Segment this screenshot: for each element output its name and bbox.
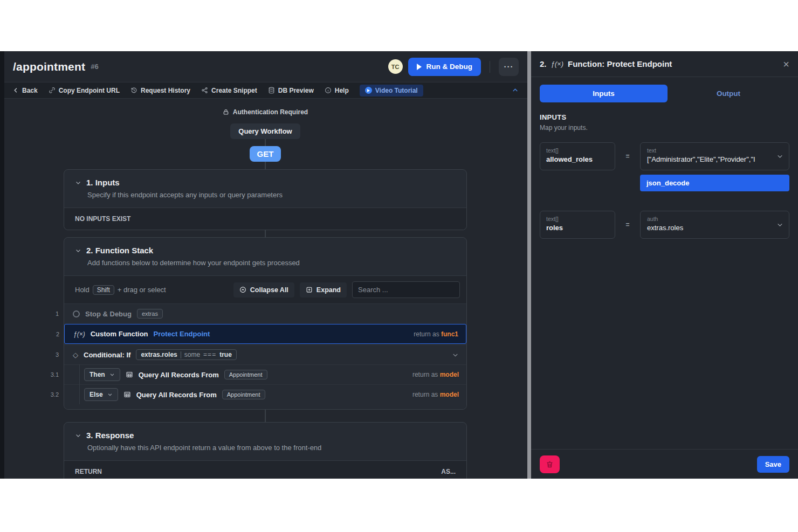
trash-icon	[546, 460, 554, 468]
row-number: 3.2	[45, 391, 59, 398]
branch-select-then[interactable]: Then	[84, 368, 120, 381]
link-icon	[49, 87, 56, 94]
chevron-down-icon	[776, 153, 783, 160]
expand-button[interactable]: Expand	[300, 282, 347, 298]
param-allowed-roles[interactable]: text[] allowed_roles	[540, 142, 615, 170]
request-history-button[interactable]: Request History	[130, 87, 190, 94]
left-edge-strip	[0, 51, 4, 479]
circle-chevron-up-icon	[239, 286, 246, 293]
custom-function-link[interactable]: Protect Endpoint	[154, 330, 210, 338]
stack-row-conditional[interactable]: 3 ◇ Conditional: If extras.roles some ==…	[64, 344, 466, 364]
endpoint-header: /appointment #6 TC Run & Debug ···	[4, 51, 527, 82]
row-number: 3	[45, 351, 59, 358]
stack-row-stop-debug[interactable]: 1 Stop & Debug extras	[64, 303, 466, 323]
chevron-down-icon	[109, 372, 115, 377]
square-plus-icon	[306, 286, 313, 293]
share-icon	[201, 87, 208, 94]
play-icon	[417, 64, 422, 70]
stack-search-input[interactable]	[352, 281, 460, 298]
chevron-down-icon	[107, 392, 113, 397]
tab-inputs[interactable]: Inputs	[540, 85, 668, 102]
save-button[interactable]: Save	[757, 456, 789, 473]
row-number: 3.1	[45, 371, 59, 378]
more-options-button[interactable]: ···	[499, 58, 519, 76]
close-icon[interactable]: ×	[783, 59, 789, 70]
function-icon: ƒ(×)	[73, 330, 85, 338]
chevron-down-icon[interactable]	[452, 351, 459, 358]
function-stack-rows: 1 Stop & Debug extras 2 ƒ(×) Custom Func…	[64, 303, 466, 409]
stack-row-custom-function[interactable]: 2 ƒ(×) Custom Function Protect Endpoint …	[64, 324, 466, 344]
table-icon	[126, 371, 133, 378]
inputs-section-header[interactable]: 1. Inputs	[75, 178, 456, 187]
chevron-down-icon	[75, 247, 81, 254]
return-as-label: return as model	[412, 391, 459, 398]
response-section-header[interactable]: 3. Response	[75, 431, 456, 440]
function-stack-description: Add functions below to determine how you…	[87, 259, 456, 267]
collapse-all-button[interactable]: Collapse All	[233, 282, 294, 298]
function-stack-card: 2. Function Stack Add functions below to…	[64, 237, 467, 410]
step-number: 2.	[540, 59, 547, 68]
query-workflow-badge: Query Workflow	[230, 123, 300, 139]
no-inputs-row: NO INPUTS EXIST	[64, 208, 466, 230]
help-button[interactable]: Help	[325, 87, 349, 94]
chevron-left-icon	[13, 87, 19, 93]
row-number: 1	[45, 310, 59, 317]
back-button[interactable]: Back	[13, 87, 38, 94]
table-name-badge: Appointment	[224, 370, 267, 379]
stack-bottom-strip	[64, 404, 466, 409]
filter-row: json_decode	[540, 175, 789, 191]
mapping-row-allowed-roles: text[] allowed_roles = text ["Administra…	[540, 142, 789, 170]
tab-output[interactable]: Output	[668, 89, 789, 98]
value-roles[interactable]: auth extras.roles	[640, 211, 789, 239]
response-section-description: Optionally have this API endpoint return…	[87, 444, 456, 452]
auth-required-label: Authentication Required	[223, 108, 308, 116]
inputs-section-description: Specify if this endpoint accepts any inp…	[87, 191, 456, 199]
delete-function-button[interactable]	[540, 455, 560, 473]
endpoint-panel: /appointment #6 TC Run & Debug ··· Back …	[4, 51, 527, 479]
function-icon: ƒ(×)	[551, 60, 563, 68]
equals-sign: =	[615, 221, 640, 229]
avatar[interactable]: TC	[388, 59, 403, 74]
extras-badge: extras	[137, 309, 163, 319]
value-allowed-roles[interactable]: text ["Administrator","Elite","Provider"…	[640, 142, 789, 170]
function-panel-header: 2. ƒ(×) Function: Protect Endpoint ×	[531, 51, 798, 77]
divider	[490, 61, 490, 73]
stack-row-query-else[interactable]: 3.2 Else Query All Records From Appointm…	[64, 384, 466, 404]
stack-row-query-then[interactable]: 3.1 Then Query All Records From Appointm…	[64, 364, 466, 384]
endpoint-id: #6	[91, 63, 98, 71]
param-roles[interactable]: text[] roles	[540, 211, 615, 239]
row-number: 2	[45, 331, 59, 337]
copy-endpoint-url-button[interactable]: Copy Endpoint URL	[49, 87, 120, 94]
expression-separator	[181, 351, 181, 358]
input-mappings: text[] allowed_roles = text ["Administra…	[531, 132, 798, 250]
run-debug-button[interactable]: Run & Debug	[408, 58, 481, 76]
shift-key-badge: Shift	[93, 285, 114, 295]
branch-select-else[interactable]: Else	[84, 388, 118, 401]
db-preview-button[interactable]: DB Preview	[268, 87, 314, 94]
inputs-subheading: Map your inputs.	[540, 124, 789, 132]
chevron-down-icon	[776, 222, 783, 229]
lock-icon	[223, 109, 229, 115]
table-name-badge: Appointment	[222, 390, 265, 399]
table-icon	[123, 391, 131, 398]
panel-divider[interactable]	[527, 51, 531, 479]
mapping-row-roles: text[] roles = auth extras.roles	[540, 211, 789, 239]
play-circle-icon	[365, 87, 372, 94]
function-stack-toolbar: Hold Shift + drag or select Collapse All…	[64, 275, 466, 303]
video-tutorial-button[interactable]: Video Tutorial	[360, 85, 423, 96]
stop-debug-circle-icon	[73, 310, 80, 317]
function-detail-panel: 2. ƒ(×) Function: Protect Endpoint × Inp…	[531, 51, 798, 479]
function-stack-header[interactable]: 2. Function Stack	[75, 246, 456, 255]
json-decode-filter-pill[interactable]: json_decode	[640, 175, 789, 191]
panel-footer: Save	[531, 449, 798, 479]
endpoint-toolbar: Back Copy Endpoint URL Request History C…	[4, 82, 527, 99]
return-as-label: return as model	[412, 371, 459, 378]
endpoint-canvas: Authentication Required Query Workflow G…	[4, 99, 527, 479]
database-icon	[268, 87, 275, 94]
collapse-panel-chevron-up-icon[interactable]	[512, 87, 519, 94]
create-snippet-button[interactable]: Create Snippet	[201, 87, 257, 94]
conditional-expression-badge: extras.roles some === true	[136, 349, 236, 360]
response-section-card: 3. Response Optionally have this API end…	[64, 422, 467, 479]
return-as-selector[interactable]: AS...	[441, 468, 456, 475]
http-method-get-button[interactable]: GET	[250, 146, 281, 162]
